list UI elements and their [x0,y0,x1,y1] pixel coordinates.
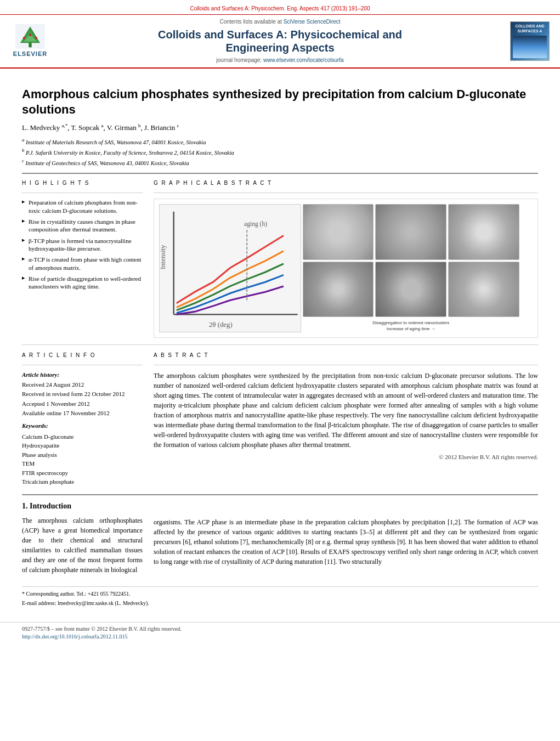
elsevier-logo-section: ELSEVIER [5,18,55,64]
highlight-item-3: β-TCP phase is formed via nanocrystallin… [22,237,143,253]
ga-tem-img-3 [448,204,519,259]
article-info-divider [22,365,143,365]
article-title-section: Amorphous calcium phosphates synthesized… [22,87,538,117]
intro-paragraph-left: The amorphous calcium orthophosphates (A… [22,516,143,575]
available-date: Available online 17 November 2012 [22,409,143,417]
keyword-2: Hydroxyapatite [22,441,143,450]
footnote-section: * Corresponding author. Tel.: +421 055 7… [22,586,538,607]
authors-line: L. Medvecky a,*, T. Sopcak a, V. Girman … [22,122,538,133]
revised-date: Received in revised form 22 October 2012 [22,390,143,398]
issn-text: 0927-7757/$ – see front matter © 2012 El… [22,625,182,633]
doi-link[interactable]: http://dx.doi.org/10.1016/j.colsurfa.201… [22,633,182,641]
article-title: Amorphous calcium phosphates synthesized… [22,87,538,117]
highlight-item-4: α-TCP is created from phase with high co… [22,256,143,271]
keywords-list: Calcium D-gluconate Hydroxyapatite Phase… [22,432,143,487]
email-line: E-mail address: lmedvecky@imr.saske.sk (… [22,599,538,607]
email-label: E-mail address: [22,600,56,606]
ga-caption: Disaggregation to ordered nanoclusters I… [303,320,519,332]
ga-tem-img-2 [375,204,446,259]
graphical-abstract-column: G R A P H I C A L A B S T R A C T [154,179,538,337]
intro-left-column: 1. Introduction The amorphous calcium or… [22,501,143,579]
highlight-item-2: Rise in crystallinity causes changes in … [22,218,143,234]
highlights-label: H I G H L I G H T S [22,179,143,187]
bottom-bar: 0927-7757/$ – see front matter © 2012 El… [0,622,560,643]
highlight-item-1: Preparation of calcium phosphates from n… [22,199,143,214]
elsevier-tree-icon [14,24,47,49]
info-abstract-row: A R T I C L E I N F O Article history: R… [22,352,538,487]
sciverse-link[interactable]: SciVerse ScienceDirect [284,19,341,25]
journal-cover-section: COLLOIDS AND SURFACES A [505,18,555,64]
graphical-abstract-box: Intensity 2θ (deg) aging (h) [154,199,538,337]
affiliations: a Institute of Materials Research of SAS… [22,137,538,168]
email-address: lmedvecky@imr.saske.sk (L. Medvecky). [58,600,149,606]
keyword-5: FTIR spectroscopy [22,468,143,478]
svg-point-7 [29,34,32,37]
intro-text-right: organisms. The ACP phase is an intermedi… [154,517,538,567]
graphical-abstract-divider [154,193,538,193]
intro-number: 1. [22,502,28,510]
svg-text:Intensity: Intensity [160,245,167,269]
main-content: Amorphous calcium phosphates synthesized… [0,69,560,616]
homepage-link[interactable]: www.elsevier.com/locate/colsurfa [263,57,344,63]
journal-cover-image: COLLOIDS AND SURFACES A [510,21,550,61]
article-info-label: A R T I C L E I N F O [22,352,143,359]
highlights-list: Preparation of calcium phosphates from n… [22,199,143,290]
abstract-label: A B S T R A C T [154,352,538,359]
keywords-label: Keywords: [22,422,143,430]
ga-tem-img-6 [448,262,519,317]
sciverse-prefix: Contents lists available at [219,19,281,25]
homepage-text: journal homepage: [216,57,262,63]
journal-center: Contents lists available at SciVerse Sci… [60,18,500,64]
divider-intro [22,494,538,495]
introduction-title: 1. Introduction [22,501,143,512]
highlights-column: H I G H L I G H T S Preparation of calci… [22,179,143,337]
sciverse-line: Contents lists available at SciVerse Sci… [219,18,340,26]
graphical-abstract-label: G R A P H I C A L A B S T R A C T [154,179,538,187]
svg-text:2θ (deg): 2θ (deg) [209,321,233,329]
divider-after-affiliations [22,173,538,174]
affiliation-b: b P.J. Safarik University in Kosice, Fac… [22,147,538,157]
ga-tem-img-5 [375,262,446,317]
ga-tem-img-4 [303,262,374,317]
ga-chart: Intensity 2θ (deg) aging (h) [159,204,301,332]
elsevier-text: ELSEVIER [13,50,47,58]
abstract-column: A B S T R A C T The amorphous calcium ph… [154,352,538,487]
received-date: Received 24 August 2012 [22,381,143,389]
highlight-item-5: Rise of particle disaggregation to well-… [22,275,143,291]
issn-line: 0927-7757/$ – see front matter © 2012 El… [22,625,182,641]
page: Colloids and Surfaces A: Physicochem. En… [0,0,560,741]
svg-point-5 [23,37,26,39]
ga-chart-svg: Intensity 2θ (deg) aging (h) [160,205,301,331]
highlights-graphical-row: H I G H L I G H T S Preparation of calci… [22,179,538,337]
intro-text-left: The amorphous calcium orthophosphates (A… [22,516,143,575]
journal-header: ELSEVIER Contents lists available at Sci… [0,15,560,69]
svg-text:aging (h): aging (h) [244,220,267,228]
abstract-paragraph: The amorphous calcium phosphates were sy… [154,371,538,450]
divider-mid [22,344,538,345]
journal-reference: Colloids and Surfaces A: Physicochem. En… [190,5,370,12]
ga-tem-img-1 [303,204,374,259]
graphical-abstract-content: Intensity 2θ (deg) aging (h) [157,202,535,334]
keyword-3: Phase analysis [22,450,143,460]
intro-right-column: organisms. The ACP phase is an intermedi… [154,501,538,579]
intro-heading: Introduction [30,502,71,510]
highlights-divider [22,193,143,193]
intro-paragraph-right: organisms. The ACP phase is an intermedi… [154,517,538,567]
journal-title-line2: Engineering Aspects [225,42,334,54]
copyright-line: © 2012 Elsevier B.V. All rights reserved… [154,453,538,461]
keyword-4: TEM [22,459,143,468]
cover-label: COLLOIDS AND SURFACES A [513,24,547,33]
ga-tem-row-1 [303,204,519,259]
ga-tem-row-2 [303,262,519,317]
affiliation-c: c Institute of Geotechnics of SAS, Watso… [22,157,538,167]
affiliation-a: a Institute of Materials Research of SAS… [22,137,538,146]
abstract-text: The amorphous calcium phosphates were sy… [154,371,538,450]
corresponding-author: * Corresponding author. Tel.: +421 055 7… [22,590,538,598]
accepted-date: Accepted 1 November 2012 [22,400,143,408]
ga-tem-images: Disaggregation to ordered nanoclusters I… [303,204,519,332]
journal-title: Colloids and Surfaces A: Physicochemical… [158,28,402,54]
keyword-1: Calcium D-gluconate [22,432,143,442]
introduction-section: 1. Introduction The amorphous calcium or… [22,501,538,579]
elsevier-logo: ELSEVIER [13,24,47,58]
svg-point-6 [35,37,38,39]
